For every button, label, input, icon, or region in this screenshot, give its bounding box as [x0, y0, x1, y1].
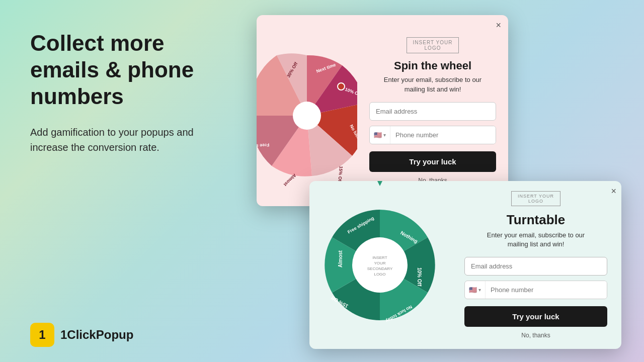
- svg-text:YOUR: YOUR: [374, 261, 385, 265]
- popup2-wheel-pointer: [375, 181, 385, 186]
- popup1-subtitle: Enter your email, subscribe to our maili…: [384, 75, 481, 94]
- main-heading: Collect more emails & phone numbers: [30, 30, 221, 110]
- popup1-flag: 🇺🇸 ▾: [370, 126, 390, 144]
- popup1-email-input[interactable]: [369, 102, 496, 121]
- svg-point-7: [293, 102, 321, 130]
- popup1-cta-button[interactable]: Try your luck: [369, 151, 496, 172]
- popup1-title: Spin the wheel: [394, 59, 471, 72]
- popup1-logo: INSERT YOUR LOGO: [407, 37, 459, 53]
- popup2-logo: INSERT YOUR LOGO: [511, 191, 560, 206]
- popup1-wheel-svg: 30% Off Next time 10% Off No luck today …: [257, 20, 357, 201]
- popup2-cta-button[interactable]: Try your luck: [464, 306, 607, 327]
- popup2-phone-input[interactable]: [486, 281, 607, 299]
- svg-text:LOGO: LOGO: [374, 272, 385, 277]
- popup2-subtitle: Enter your email, subscribe to our maili…: [487, 231, 585, 249]
- popup1-close-button[interactable]: ×: [496, 20, 501, 31]
- popup1-wheel-area: 30% Off Next time 10% Off No luck today …: [257, 15, 357, 206]
- brand: 1 1ClickPopup: [30, 323, 133, 347]
- popup2-flag: 🇺🇸 ▾: [465, 281, 486, 299]
- left-panel: Collect more emails & phone numbers Add …: [30, 30, 221, 155]
- brand-icon: 1: [30, 323, 54, 347]
- svg-text:Almost: Almost: [338, 250, 343, 268]
- brand-name: 1ClickPopup: [60, 328, 133, 342]
- svg-text:10% Off: 10% Off: [417, 267, 422, 287]
- popup1: × 30% Off Next time 10% Off No luck toda…: [257, 15, 508, 206]
- popup2-email-input[interactable]: [464, 257, 607, 276]
- popup2-dismiss[interactable]: No, thanks: [521, 332, 550, 339]
- popup2-close-button[interactable]: ×: [611, 186, 616, 197]
- popup2-wheel-area: Nothing 10% Off No luck today 15% Off Al…: [309, 182, 450, 348]
- popup1-phone-input[interactable]: [390, 126, 496, 144]
- sub-text: Add gamification to your popups and incr…: [30, 125, 221, 155]
- popup2-title: Turntable: [507, 212, 566, 228]
- svg-text:Almost: Almost: [283, 173, 297, 188]
- popup2-phone-wrap: 🇺🇸 ▾: [464, 281, 607, 299]
- popup2: × Nothing 10% Off No luck today 15% Off …: [309, 181, 621, 349]
- svg-text:INSERT: INSERT: [372, 255, 387, 260]
- svg-text:SECONDARY: SECONDARY: [367, 266, 393, 271]
- popup1-phone-wrap: 🇺🇸 ▾: [369, 126, 496, 144]
- popup2-content: INSERT YOUR LOGO Turntable Enter your em…: [450, 181, 621, 349]
- popup2-wheel-svg: Nothing 10% Off No luck today 15% Off Al…: [314, 200, 445, 330]
- svg-point-8: [338, 83, 345, 90]
- popup1-content: INSERT YOUR LOGO Spin the wheel Enter yo…: [357, 27, 508, 194]
